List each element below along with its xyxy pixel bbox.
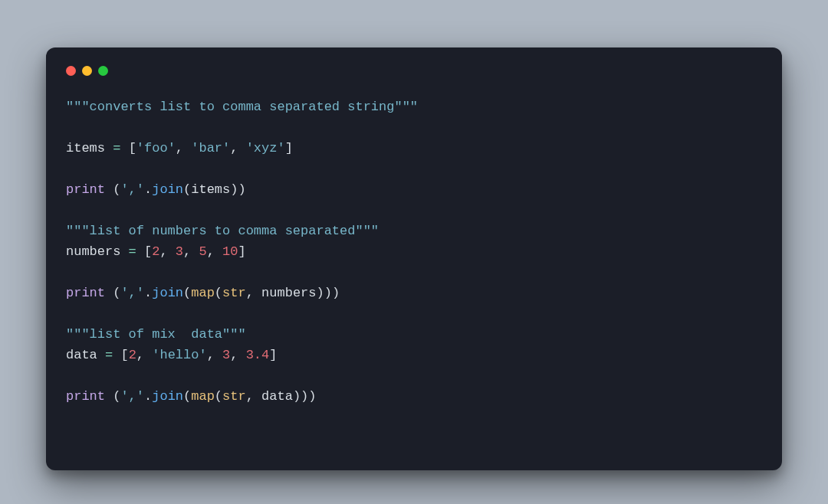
num-10: 10 [222,244,238,259]
str-comma: ',' [120,182,144,197]
fn-print: print [66,182,105,197]
builtin-map: map [191,286,215,300]
num-3-4: 3.4 [246,348,270,362]
paren-close: ) [332,286,340,300]
paren-open: ( [215,389,222,404]
var-data: data [66,348,97,362]
bracket-open: [ [129,141,136,155]
dot: . [144,389,152,404]
str-bar: 'bar' [191,141,230,155]
builtin-str: str [222,389,246,404]
op-assign: = [97,348,121,362]
comma: , [136,348,152,362]
var-items-ref: items [191,182,230,197]
paren-open: ( [183,389,191,404]
space [105,389,113,404]
paren-close: ) [324,286,332,300]
num-3: 3 [176,244,183,259]
bracket-close: ] [285,141,293,155]
attr-join: join [152,182,183,197]
comma: , [159,244,175,259]
op-assign: = [105,141,129,155]
zoom-icon[interactable] [98,66,108,76]
str-xyz: 'xyz' [246,141,285,155]
bracket-open: [ [144,244,152,259]
paren-close: ) [230,182,238,197]
minimize-icon[interactable] [82,66,92,76]
dot: . [144,286,152,300]
str-hello: 'hello' [152,348,206,362]
num-5: 5 [199,244,206,259]
bracket-open: [ [120,348,128,362]
paren-open: ( [113,286,120,300]
comma: , [183,244,199,259]
fn-print: print [66,389,105,404]
docstring-2: """list of numbers to comma separated""" [66,224,379,238]
paren-close: ) [301,389,308,404]
comma: , [176,141,191,155]
comma: , [207,244,222,259]
space [105,286,113,300]
comma: , [246,389,261,404]
op-assign: = [120,244,144,259]
paren-open: ( [183,286,191,300]
close-icon[interactable] [66,66,76,76]
paren-close: ) [317,286,324,300]
num-2: 2 [129,348,136,362]
num-2: 2 [152,244,159,259]
code-window: """converts list to comma separated stri… [46,47,782,470]
comma: , [207,348,222,362]
paren-open: ( [113,389,120,404]
str-comma: ',' [120,389,144,404]
paren-close: ) [238,182,245,197]
var-numbers: numbers [66,244,120,259]
var-numbers-ref: numbers [261,286,316,300]
fn-print: print [66,286,105,300]
paren-close: ) [293,389,301,404]
attr-join: join [152,389,183,404]
window-titlebar [66,64,762,77]
num-3: 3 [222,348,230,362]
builtin-map: map [191,389,215,404]
comma: , [230,141,245,155]
docstring-3: """list of mix data""" [66,327,246,342]
attr-join: join [152,286,183,300]
paren-open: ( [183,182,191,197]
code-block: """converts list to comma separated stri… [66,97,762,407]
paren-close: ) [308,389,316,404]
comma: , [230,348,245,362]
str-comma: ',' [120,286,144,300]
bracket-close: ] [269,348,277,362]
paren-open: ( [113,182,120,197]
str-foo: 'foo' [136,141,176,155]
space [105,182,113,197]
comma: , [246,286,261,300]
builtin-str: str [222,286,246,300]
bracket-close: ] [238,244,245,259]
dot: . [144,182,152,197]
paren-open: ( [215,286,222,300]
var-data-ref: data [261,389,293,404]
var-items: items [66,141,105,155]
docstring-1: """converts list to comma separated stri… [66,100,418,114]
